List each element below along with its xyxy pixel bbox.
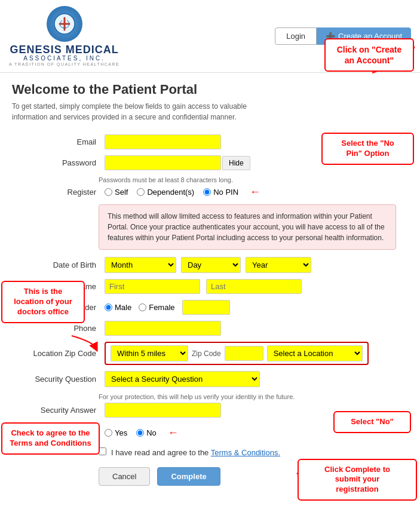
dob-row: Date of Birth Month JanuaryFebruaryMarch…: [12, 257, 408, 273]
page-subtitle: To get started, simply complete the belo…: [12, 101, 281, 122]
child-no-radio[interactable]: [136, 429, 144, 437]
security-question-row: Security Question Select a Security Ques…: [12, 371, 408, 387]
register-nopin-radio[interactable]: [203, 188, 211, 196]
hide-button[interactable]: Hide: [222, 156, 250, 170]
header-buttons: Login ➕ Create an Account: [275, 27, 411, 45]
security-question-hint: For your protection, this will help us v…: [12, 393, 408, 400]
header: GENESIS MEDICAL ASSOCIATES, INC. A TRADI…: [0, 0, 420, 73]
gender-text-input[interactable]: [182, 300, 230, 315]
password-input[interactable]: [105, 155, 221, 170]
child-yes-option[interactable]: Yes: [105, 428, 127, 437]
dob-selects: Month JanuaryFebruaryMarch AprilMayJune …: [105, 257, 311, 273]
logo-text: GENESIS MEDICAL ASSOCIATES, INC. A TRADI…: [9, 44, 119, 66]
terms-link[interactable]: Terms & Conditions.: [211, 448, 280, 457]
login-button[interactable]: Login: [275, 27, 317, 45]
phone-input[interactable]: [105, 321, 221, 336]
logo-icon: [47, 6, 82, 42]
child-yes-radio[interactable]: [105, 429, 112, 437]
gender-options: Male Female: [105, 300, 230, 315]
phone-row: Phone: [12, 321, 408, 336]
gender-male-option[interactable]: Male: [105, 303, 131, 312]
register-radio-group: Self Dependent(s) No PIN ←: [105, 186, 260, 198]
last-name-input[interactable]: [206, 279, 302, 294]
security-question-label: Security Question: [18, 375, 105, 384]
register-dependent-option[interactable]: Dependent(s): [137, 188, 194, 197]
page-wrapper: GENESIS MEDICAL ASSOCIATES, INC. A TRADI…: [0, 0, 420, 504]
child-row: Add Child/Dependent(s) Yes No ←: [12, 424, 408, 442]
gender-male-radio[interactable]: [105, 303, 112, 311]
logo-genesis: GENESIS MEDICAL: [9, 44, 119, 56]
password-row: Password Hide: [12, 155, 408, 170]
info-box: This method will allow limited access to…: [99, 204, 396, 250]
register-self-option[interactable]: Self: [105, 188, 128, 197]
name-inputs: [105, 279, 302, 294]
child-radio-group: Yes No ←: [105, 427, 179, 439]
password-hint: Passwords must be at least 8 characters …: [12, 176, 408, 183]
dob-label: Date of Birth: [18, 260, 105, 269]
cancel-button[interactable]: Cancel: [99, 467, 150, 486]
zip-code-label: Zip Code: [192, 349, 221, 358]
gender-label: Gender: [18, 303, 105, 312]
form-section: Email Password Hide Passwords must be at…: [12, 134, 408, 486]
name-label: Name: [18, 282, 105, 291]
location-row-outer: Location Zip Code Within 5 miles Within …: [12, 342, 408, 365]
email-label: Email: [18, 137, 105, 146]
phone-label: Phone: [18, 324, 105, 333]
complete-button[interactable]: Complete: [157, 467, 220, 486]
register-nopin-option[interactable]: No PIN: [203, 188, 238, 197]
nopin-arrow: ←: [250, 186, 260, 198]
page-title: Welcome to the Patient Portal: [12, 82, 408, 97]
email-row: Email: [12, 134, 408, 149]
terms-label: I have read and agree to the Terms & Con…: [111, 447, 280, 458]
location-controls: Within 5 miles Within 10 miles Within 25…: [105, 342, 369, 365]
within-select[interactable]: Within 5 miles Within 10 miles Within 25…: [111, 345, 188, 361]
name-row: Name: [12, 279, 408, 294]
logo-associates: ASSOCIATES, INC.: [9, 55, 119, 62]
dob-month-select[interactable]: Month JanuaryFebruaryMarch AprilMayJune …: [105, 257, 176, 273]
location-label: Location Zip Code: [18, 349, 105, 358]
logo-area: GENESIS MEDICAL ASSOCIATES, INC. A TRADI…: [9, 6, 119, 66]
child-label: Add Child/Dependent(s): [18, 424, 105, 442]
child-no-option[interactable]: No: [136, 428, 157, 437]
child-no-arrow: ←: [168, 427, 179, 439]
register-self-radio[interactable]: [105, 188, 112, 196]
create-account-button[interactable]: ➕ Create an Account: [317, 27, 411, 45]
location-select[interactable]: Select a Location: [267, 345, 363, 361]
terms-row: I have read and agree to the Terms & Con…: [12, 447, 408, 458]
dob-year-select[interactable]: Year 200019991998: [246, 257, 311, 273]
gender-female-option[interactable]: Female: [139, 303, 174, 312]
password-label: Password: [18, 158, 105, 167]
dob-day-select[interactable]: Day 12345: [181, 257, 241, 273]
security-question-select[interactable]: Select a Security Question What was the …: [105, 371, 260, 387]
security-answer-row: Security Answer: [12, 403, 408, 418]
create-account-icon: ➕: [326, 32, 335, 41]
security-answer-label: Security Answer: [18, 406, 105, 415]
zip-code-input[interactable]: [225, 346, 263, 361]
main-content: Click on "Createan Account" Select the "…: [0, 73, 420, 504]
gender-row: Gender Male Female: [12, 300, 408, 315]
email-input[interactable]: [105, 134, 221, 149]
create-account-label: Create an Account: [338, 32, 402, 41]
security-answer-input[interactable]: [105, 403, 221, 418]
register-dependent-radio[interactable]: [137, 188, 145, 196]
logo-tagline: A TRADITION OF QUALITY HEALTHCARE: [9, 62, 119, 66]
register-label: Register: [18, 188, 105, 197]
register-row: Register Self Dependent(s) No PIN: [12, 186, 408, 198]
first-name-input[interactable]: [105, 279, 200, 294]
buttons-row: Cancel Complete: [12, 467, 408, 486]
gender-female-radio[interactable]: [139, 303, 146, 311]
terms-checkbox[interactable]: [99, 447, 106, 455]
